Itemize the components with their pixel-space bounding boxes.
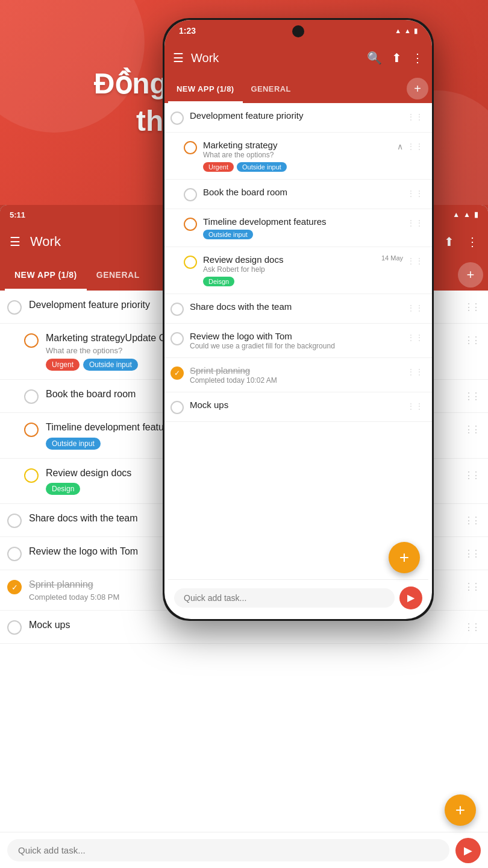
phone-tag-design: Deisgn [203,277,234,286]
phone-task-title: Development feature priority [190,110,403,121]
drag-handle [464,388,478,402]
tab-add-button[interactable]: + [458,262,483,288]
drag-handle [464,299,478,313]
phone-toolbar: ☰ Work 🔍 ⬆ ⋮ [164,42,432,74]
task-checkbox[interactable] [7,620,22,635]
phone-task-checkbox[interactable] [170,112,184,125]
drag-handle [464,421,478,435]
phone-drag-handle: ⋮⋮ [407,187,424,198]
phone-toolbar-title: Work [191,51,367,65]
phone-task-tags: Urgent Outside input [203,162,393,172]
phone-task-title: Review the logo with Tom [190,331,403,341]
phone-camera [292,25,304,37]
phone-task-checkbox[interactable] [184,141,197,154]
tablet-status-time: 5:11 [10,210,25,219]
phone-task-item[interactable]: Book the board room ⋮⋮ [164,180,432,209]
phone-task-date: 14 May [381,254,403,262]
phone-tab-general[interactable]: GENERAL [243,74,299,103]
phone-send-button[interactable]: ▶ [399,587,422,609]
phone-screen: 1:23 ▲ ▲ ▮ ☰ Work 🔍 ⬆ ⋮ NEW APP (1/8) GE… [164,20,432,619]
phone-tag-outside: Outside input [203,230,253,239]
phone-task-title: Mock ups [190,400,403,410]
phone-drag-handle: ⋮⋮ [407,301,424,313]
menu-icon[interactable]: ☰ [10,234,20,249]
phone-task-checkbox-checked[interactable]: ✓ [170,366,184,380]
phone-task-item[interactable]: Mock ups ⋮⋮ [164,392,432,422]
phone-drag-handle: ⋮⋮ [407,331,424,342]
phone-tab-new-app[interactable]: NEW APP (1/8) [168,74,243,103]
phone-task-checkbox[interactable] [184,256,197,269]
tag-outside-input: Outside input [46,438,101,450]
task-checkbox[interactable] [7,300,22,315]
phone-task-item[interactable]: Marketing strategy What are the options?… [164,133,432,180]
drag-handle [464,546,478,559]
task-checkbox-checked[interactable]: ✓ [7,580,22,594]
task-checkbox[interactable] [24,389,39,404]
phone-tabs: NEW APP (1/8) GENERAL + [164,74,432,103]
phone-fab[interactable]: + [389,542,420,573]
phone-task-subtitle: Ask Robert for help [203,265,283,274]
phone-quick-add-bar: ▶ [168,579,428,615]
phone-task-checkbox[interactable] [184,188,197,201]
phone-task-item[interactable]: Share docs with the team ⋮⋮ [164,294,432,324]
phone-drag-handle: ⋮⋮ [407,216,424,228]
phone-drag-handle: ⋮⋮ [407,110,424,122]
phone-task-checkbox[interactable] [170,332,184,345]
phone-tag-urgent: Urgent [203,162,234,172]
phone-task-checkbox[interactable] [170,303,184,316]
phone-status-icons: ▲ ▲ ▮ [395,27,418,35]
tag-design: Design [46,483,80,495]
phone-task-title: Share docs with the team [190,301,403,312]
phone-task-checkbox[interactable] [184,218,197,231]
phone-task-item[interactable]: Timeline development features Outside in… [164,209,432,247]
task-checkbox[interactable] [24,333,39,348]
tablet-fab[interactable]: + [445,794,476,826]
phone-completed-time: Completed today 10:02 AM [190,376,403,385]
share-icon[interactable]: ⬆ [444,234,454,249]
phone-task-item[interactable]: Review the logo with Tom Could we use a … [164,324,432,358]
wifi-icon: ▲ [452,210,460,219]
phone-task-content: Timeline development features Outside in… [203,216,403,239]
tab-general[interactable]: GENERAL [87,259,149,291]
phone-task-title: Review design docs [203,254,283,265]
task-checkbox[interactable] [24,468,39,483]
more-icon[interactable]: ⋮ [466,234,478,249]
drag-handle [464,332,478,346]
battery-icon: ▮ [474,210,478,219]
tab-new-app[interactable]: NEW APP (1/8) [5,259,87,291]
phone-task-list: Development feature priority ⋮⋮ Marketin… [164,103,432,579]
phone-task-checkbox[interactable] [170,401,184,414]
task-checkbox[interactable] [7,514,22,528]
phone-task-content: Review the logo with Tom Could we use a … [190,331,403,350]
task-checkbox[interactable] [7,547,22,561]
task-content: Mock ups [29,619,459,632]
phone-wifi-icon: ▲ [395,27,401,34]
drag-handle [464,619,478,633]
phone-menu-icon[interactable]: ☰ [173,51,184,65]
tablet-quick-add-input[interactable] [7,839,449,861]
phone-drag-handle: ⋮⋮ [407,365,424,377]
drag-handle [464,467,478,481]
phone-task-content: Development feature priority [190,110,403,121]
phone-tab-add-button[interactable]: + [407,78,428,99]
phone-quick-add-input[interactable] [174,588,395,608]
tablet-status-icons: ▲ ▲ ▮ [452,210,478,219]
phone-tag-outside: Outside input [237,162,287,172]
phone-status-time: 1:23 [179,26,196,36]
phone-task-tags: Deisgn [203,277,403,286]
phone-more-icon[interactable]: ⋮ [411,51,424,65]
phone-task-content: Share docs with the team [190,301,403,312]
phone-share-icon[interactable]: ⬆ [392,51,402,65]
phone-task-item[interactable]: ✓ Sprint planning Completed today 10:02 … [164,358,432,392]
phone-signal-icon: ▲ [404,27,411,34]
tablet-send-button[interactable]: ▶ [455,838,481,863]
phone-task-item[interactable]: Review design docs Ask Robert for help 1… [164,247,432,294]
phone-search-icon[interactable]: 🔍 [367,51,382,65]
collapse-icon[interactable]: ∧ [397,140,403,151]
task-checkbox[interactable] [24,423,39,437]
phone-task-title: Marketing strategy [203,140,393,150]
phone-task-item[interactable]: Development feature priority ⋮⋮ [164,103,432,133]
phone-drag-handle: ⋮⋮ [407,254,424,266]
phone-task-subtitle: What are the options? [203,151,393,159]
phone-task-content: Mock ups [190,400,403,410]
